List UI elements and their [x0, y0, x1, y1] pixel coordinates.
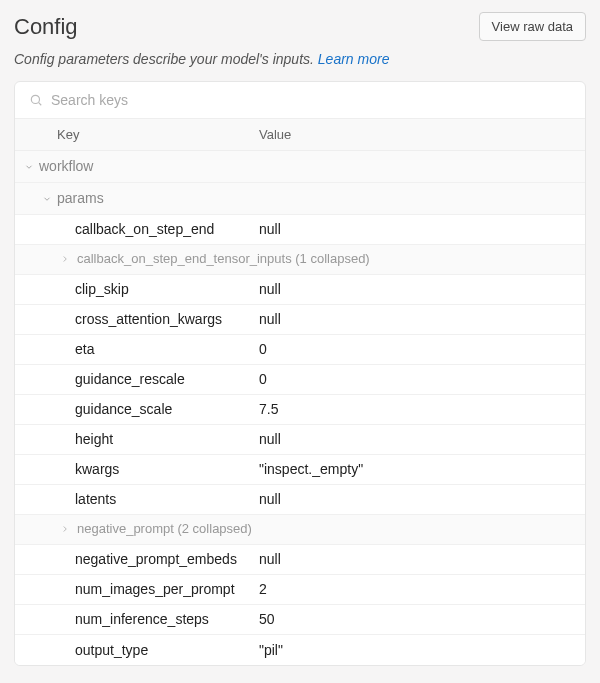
param-key: height — [75, 430, 113, 448]
table-row[interactable]: output_type "pil" — [15, 635, 585, 665]
param-key: negative_prompt_embeds — [75, 550, 237, 568]
table-row[interactable]: eta 0 — [15, 335, 585, 365]
table-row[interactable]: negative_prompt_embeds null — [15, 545, 585, 575]
param-key: output_type — [75, 641, 148, 659]
param-key: clip_skip — [75, 280, 129, 298]
table-row[interactable]: height null — [15, 425, 585, 455]
group-row-workflow[interactable]: workflow — [15, 151, 585, 183]
view-raw-button[interactable]: View raw data — [479, 12, 586, 41]
param-key: guidance_scale — [75, 400, 172, 418]
chevron-down-icon — [37, 194, 57, 204]
table-row[interactable]: guidance_scale 7.5 — [15, 395, 585, 425]
group-label: workflow — [39, 157, 93, 175]
group-row-params[interactable]: params — [15, 183, 585, 215]
param-value: null — [259, 550, 585, 568]
param-value: null — [259, 310, 585, 328]
param-key: num_inference_steps — [75, 610, 209, 628]
svg-point-0 — [31, 95, 39, 103]
header-row: Config View raw data — [14, 12, 586, 41]
search-input[interactable] — [51, 92, 571, 108]
param-key: cross_attention_kwargs — [75, 310, 222, 328]
param-value: 2 — [259, 580, 585, 598]
subtitle: Config parameters describe your model's … — [14, 51, 586, 67]
chevron-down-icon — [19, 162, 39, 172]
table-row[interactable]: guidance_rescale 0 — [15, 365, 585, 395]
param-value: 0 — [259, 340, 585, 358]
param-value: 50 — [259, 610, 585, 628]
search-row — [15, 82, 585, 119]
search-icon — [29, 93, 43, 107]
collapsed-row-cb-tensor[interactable]: callback_on_step_end_tensor_inputs (1 co… — [15, 245, 585, 275]
table-row[interactable]: cross_attention_kwargs null — [15, 305, 585, 335]
collapsed-row-neg-prompt[interactable]: negative_prompt (2 collapsed) — [15, 515, 585, 545]
chevron-right-icon — [55, 254, 75, 264]
table-row[interactable]: num_inference_steps 50 — [15, 605, 585, 635]
table-header: Key Value — [15, 119, 585, 151]
table-row[interactable]: callback_on_step_end null — [15, 215, 585, 245]
collapsed-label: callback_on_step_end_tensor_inputs (1 co… — [75, 251, 370, 268]
group-label: params — [57, 189, 104, 207]
param-key: callback_on_step_end — [75, 220, 214, 238]
table-row[interactable]: num_images_per_prompt 2 — [15, 575, 585, 605]
param-value: null — [259, 280, 585, 298]
table-row[interactable]: clip_skip null — [15, 275, 585, 305]
column-header-key: Key — [15, 127, 259, 142]
subtitle-text: Config parameters describe your model's … — [14, 51, 318, 67]
param-value: "pil" — [259, 641, 585, 659]
table-row[interactable]: kwargs "inspect._empty" — [15, 455, 585, 485]
param-key: latents — [75, 490, 116, 508]
config-panel: Config View raw data Config parameters d… — [0, 0, 600, 666]
table-row[interactable]: latents null — [15, 485, 585, 515]
collapsed-label: negative_prompt (2 collapsed) — [75, 521, 252, 538]
chevron-right-icon — [55, 524, 75, 534]
config-table: Key Value workflow params — [14, 81, 586, 666]
param-value: "inspect._empty" — [259, 460, 585, 478]
param-key: eta — [75, 340, 94, 358]
param-value: null — [259, 490, 585, 508]
column-header-value: Value — [259, 127, 585, 142]
learn-more-link[interactable]: Learn more — [318, 51, 390, 67]
param-key: kwargs — [75, 460, 119, 478]
param-value: null — [259, 430, 585, 448]
page-title: Config — [14, 14, 78, 40]
param-value: 0 — [259, 370, 585, 388]
param-key: guidance_rescale — [75, 370, 185, 388]
param-value: null — [259, 220, 585, 238]
param-value: 7.5 — [259, 400, 585, 418]
svg-line-1 — [39, 103, 42, 106]
param-key: num_images_per_prompt — [75, 580, 235, 598]
